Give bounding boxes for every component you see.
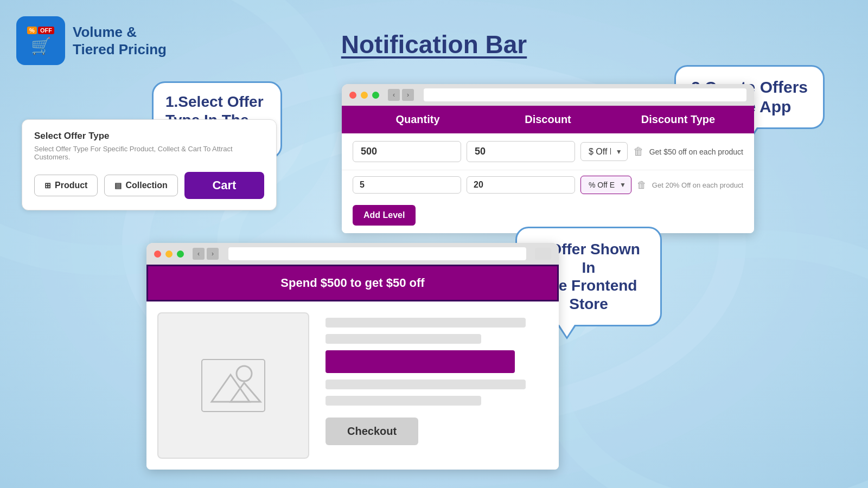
- browser-titlebar-2: ‹ ›: [146, 243, 559, 265]
- nav-forward-1[interactable]: ›: [402, 89, 414, 101]
- nav-back-2[interactable]: ‹: [193, 248, 205, 260]
- discount-input-1[interactable]: [467, 141, 575, 162]
- nav-back-1[interactable]: ‹: [388, 89, 400, 101]
- percent-badge: %: [27, 27, 37, 34]
- off-badge: OFF: [38, 27, 54, 34]
- skeleton-2: [326, 334, 481, 344]
- address-bar-1[interactable]: [424, 88, 746, 101]
- header-discount: Discount: [483, 113, 613, 126]
- app-logo: % OFF 🛒: [16, 16, 65, 65]
- checkout-button[interactable]: Checkout: [326, 418, 418, 445]
- card-title: Select Offer Type: [34, 131, 264, 142]
- svg-marker-6: [212, 375, 250, 402]
- pricing-row-1: $ Off Each % Off Each Fixed Price ▼ 🗑 Ge…: [342, 133, 754, 170]
- dot-yellow-1: [361, 92, 368, 99]
- skeleton-1: [326, 318, 526, 328]
- browser-extra-btn: [535, 248, 551, 260]
- app-name: Volume &Tiered Pricing: [73, 23, 167, 59]
- card-subtitle: Select Offer Type For Specific Product, …: [34, 145, 264, 161]
- collection-icon: [114, 181, 122, 190]
- add-level-button[interactable]: Add Level: [353, 205, 416, 226]
- preview-text-2: Get 20% Off on each product: [652, 181, 743, 189]
- discount-type-select-1[interactable]: $ Off Each % Off Each Fixed Price: [580, 142, 628, 161]
- row1-actions: 🗑 Get $50 off on each product: [633, 145, 743, 158]
- quantity-input-1[interactable]: [353, 141, 461, 162]
- offer-type-card: Select Offer Type Select Offer Type For …: [22, 119, 277, 210]
- app-content-1: Quantity Discount Discount Type $ Off Ea…: [342, 106, 754, 233]
- product-image: [157, 312, 309, 459]
- cart-icon: 🛒: [31, 36, 51, 55]
- dot-red-2: [154, 251, 161, 258]
- placeholder-image-svg: [201, 358, 266, 413]
- skeleton-4: [326, 396, 481, 406]
- store-content: Checkout: [146, 301, 559, 470]
- pricing-table-header: Quantity Discount Discount Type: [342, 106, 754, 133]
- dot-red-1: [349, 92, 356, 99]
- discount-input-2[interactable]: [467, 176, 575, 194]
- product-icon: [44, 181, 51, 190]
- row2-actions: 🗑 Get 20% Off on each product: [637, 179, 743, 191]
- browser-window-1: ‹ › Quantity Discount Discount Type $ Of…: [342, 84, 754, 233]
- svg-point-8: [237, 366, 252, 381]
- discount-type-wrapper-1: $ Off Each % Off Each Fixed Price ▼: [580, 142, 628, 161]
- pricing-row-2: % Off Each $ Off Each Fixed Price ▼ 🗑 Ge…: [342, 170, 754, 200]
- offer-type-buttons: Product Collection Cart: [34, 172, 264, 199]
- browser-titlebar-1: ‹ ›: [342, 84, 754, 106]
- svg-marker-7: [231, 383, 260, 402]
- trash-icon-2[interactable]: 🗑: [637, 179, 647, 191]
- page-title: Notification Bar: [341, 30, 527, 59]
- product-details: Checkout: [326, 312, 548, 459]
- quantity-input-2[interactable]: [353, 176, 461, 194]
- discount-type-wrapper-2: % Off Each $ Off Each Fixed Price ▼: [580, 176, 631, 194]
- collection-button[interactable]: Collection: [104, 175, 177, 196]
- browser-window-2: ‹ › Spend $500 to get $50 off: [146, 243, 559, 470]
- trash-icon-1[interactable]: 🗑: [633, 145, 644, 158]
- nav-forward-2[interactable]: ›: [207, 248, 219, 260]
- skeleton-purple: [326, 350, 515, 373]
- dot-green-2: [177, 251, 184, 258]
- header-discount-type: Discount Type: [613, 113, 743, 126]
- svg-rect-9: [202, 359, 265, 412]
- discount-type-select-2[interactable]: % Off Each $ Off Each Fixed Price: [580, 176, 631, 194]
- dot-green-1: [372, 92, 379, 99]
- skeleton-3: [326, 380, 526, 389]
- browser-nav-1: ‹ ›: [388, 89, 414, 101]
- app-header: % OFF 🛒 Volume &Tiered Pricing: [16, 16, 167, 65]
- browser-nav-2: ‹ ›: [193, 248, 219, 260]
- store-notification-bar: Spend $500 to get $50 off: [146, 265, 559, 301]
- cart-button[interactable]: Cart: [184, 172, 264, 199]
- header-quantity: Quantity: [353, 113, 483, 126]
- product-button[interactable]: Product: [34, 175, 98, 196]
- preview-text-1: Get $50 off on each product: [649, 147, 743, 156]
- address-bar-2[interactable]: [228, 247, 526, 260]
- dot-yellow-2: [165, 251, 173, 258]
